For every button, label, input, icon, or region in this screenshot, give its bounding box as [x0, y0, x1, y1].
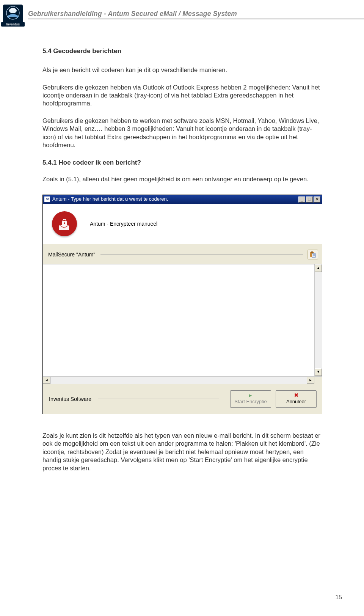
doc-title: Gebruikershandleiding - Antum Secured eM… — [28, 10, 364, 19]
horizontal-scrollbar[interactable]: ◄ ► — [43, 376, 322, 384]
start-encrypt-button[interactable]: ▸ Start Encryptie — [230, 390, 271, 408]
dialog-titlebar[interactable]: ✉ Antum - Type hier het bericht dat u we… — [43, 195, 322, 204]
footer-vendor-label: Inventus Software — [49, 396, 91, 402]
message-textarea[interactable]: ▲ ▼ — [43, 264, 322, 376]
scroll-left-button[interactable]: ◄ — [43, 377, 50, 384]
paragraph-1: Als je een bericht wil coderen kan je di… — [42, 66, 322, 74]
dialog-title-text: Antum - Type hier het bericht dat u wens… — [52, 196, 298, 203]
play-icon: ▸ — [234, 392, 267, 398]
clipboard-paste-icon — [309, 251, 316, 258]
paragraph-3: Gebruikers die gekozen hebben te werken … — [42, 117, 322, 149]
footer-separator — [98, 399, 219, 399]
page-number: 15 — [335, 594, 342, 601]
svg-point-2 — [9, 8, 17, 13]
doc-header: Inventus Gebruikershandleiding - Antum S… — [0, 0, 364, 24]
dialog-banner: Antum - Encrypteer manueel — [43, 204, 322, 244]
field-row: MailSecure "Antum" — [43, 244, 322, 264]
field-separator — [100, 255, 303, 255]
scroll-down-button[interactable]: ▼ — [315, 368, 322, 376]
antum-dialog-window: ✉ Antum - Type hier het bericht dat u we… — [42, 195, 322, 414]
scroll-track[interactable] — [315, 272, 322, 368]
banner-label: Antum - Encrypteer manueel — [90, 220, 157, 227]
dialog-footer: Inventus Software ▸ Start Encryptie ✖ An… — [43, 384, 322, 414]
paragraph-2: Gebruikers die gekozen hebben via Outloo… — [42, 83, 322, 108]
close-button[interactable]: ✕ — [314, 196, 320, 203]
minimize-button[interactable]: _ — [298, 196, 305, 203]
app-icon: ✉ — [44, 196, 50, 202]
subsection-heading: 5.4.1 Hoe codeer ik een bericht? — [42, 159, 322, 167]
scroll-track-h[interactable] — [50, 377, 307, 384]
logo-caption: Inventus — [1, 22, 25, 27]
paste-from-clipboard-button[interactable] — [308, 250, 318, 259]
svg-rect-7 — [64, 223, 65, 224]
cancel-button[interactable]: ✖ Annuleer — [276, 390, 317, 408]
scroll-up-button[interactable]: ▲ — [315, 264, 322, 272]
field-label: MailSecure "Antum" — [48, 251, 95, 258]
paragraph-4: Zoals in (5.1), alleen dat hier geen mog… — [42, 175, 322, 183]
paragraph-5: Zoals je kunt zien is dit hetzelfde als … — [42, 432, 322, 472]
cancel-icon: ✖ — [280, 392, 312, 398]
svg-rect-10 — [311, 251, 313, 253]
inventus-logo: Inventus — [3, 5, 23, 24]
section-heading: 5.4 Gecodeerde berichten — [42, 47, 322, 55]
scroll-right-button[interactable]: ► — [307, 377, 314, 384]
doc-body: 5.4 Gecodeerde berichten Als je een beri… — [0, 24, 364, 472]
encrypt-icon — [52, 211, 77, 236]
maximize-button[interactable]: □ — [306, 196, 313, 203]
vertical-scrollbar[interactable]: ▲ ▼ — [314, 264, 322, 376]
scrollbar-corner — [314, 377, 322, 384]
